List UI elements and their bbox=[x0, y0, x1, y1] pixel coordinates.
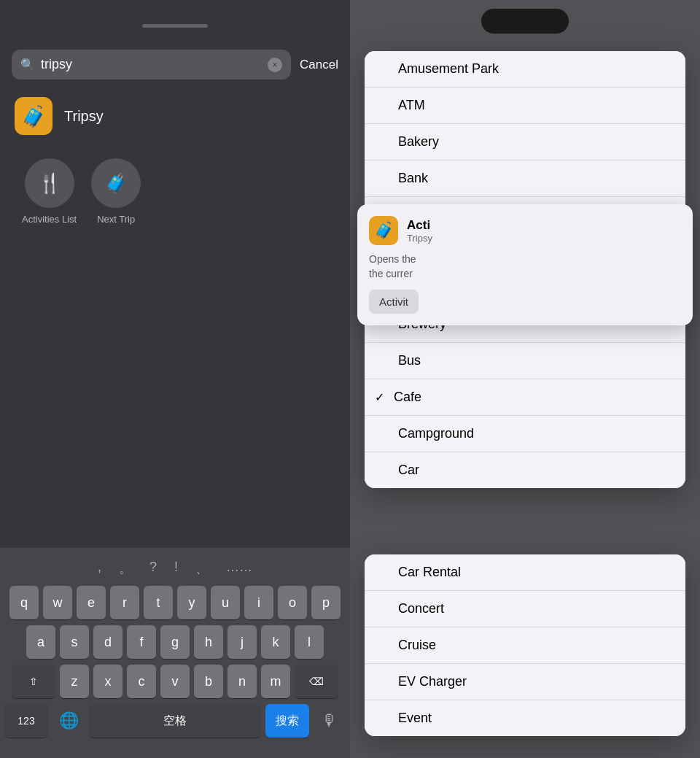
key-t[interactable]: t bbox=[144, 586, 173, 619]
key-ellipsis[interactable]: …… bbox=[226, 560, 252, 577]
dropdown-item-label: Bakery bbox=[398, 134, 671, 150]
right-panel: Amusement Park ATM Bakery Bank Bar & Par… bbox=[350, 0, 700, 758]
check-placeholder bbox=[379, 464, 391, 477]
keyboard-row-1: q w e r t y u i o p bbox=[4, 586, 346, 619]
key-chinese-comma[interactable]: 、 bbox=[195, 560, 209, 577]
keyboard-row-3: ⇧ z x c v b n m ⌫ bbox=[4, 665, 346, 698]
key-123[interactable]: 123 bbox=[4, 704, 48, 738]
dropdown-item-bus[interactable]: Bus bbox=[365, 343, 685, 379]
tripsy-app-icon: 🧳 bbox=[15, 97, 52, 135]
key-z[interactable]: z bbox=[60, 665, 89, 698]
shortcut-next-trip[interactable]: 🧳 Next Trip bbox=[91, 158, 141, 225]
key-o[interactable]: o bbox=[278, 586, 307, 619]
inner-card: 🧳 Acti Tripsy Opens thethe currer Activi… bbox=[357, 204, 693, 325]
key-d[interactable]: d bbox=[93, 625, 122, 659]
check-placeholder bbox=[379, 172, 391, 185]
dropdown-item-label: Cruise bbox=[398, 638, 671, 653]
dropdown-item-label: Bank bbox=[398, 171, 671, 186]
dropdown-item-event[interactable]: Event bbox=[365, 700, 685, 736]
check-placeholder bbox=[379, 355, 391, 368]
dropdown-item-amusement-park[interactable]: Amusement Park bbox=[365, 51, 685, 88]
key-shift[interactable]: ⇧ bbox=[12, 665, 55, 698]
key-x[interactable]: x bbox=[93, 665, 122, 698]
globe-icon[interactable]: 🌐 bbox=[52, 705, 85, 737]
search-bar[interactable]: 🔍 tripsy × bbox=[12, 50, 291, 80]
key-l[interactable]: l bbox=[295, 625, 324, 659]
dropdown-item-bank[interactable]: Bank bbox=[365, 161, 685, 197]
shortcuts-row: 🍴 Activities List 🧳 Next Trip bbox=[0, 147, 350, 236]
key-delete[interactable]: ⌫ bbox=[295, 665, 338, 698]
check-placeholder bbox=[379, 603, 391, 616]
dropdown-item-campground[interactable]: Campground bbox=[365, 416, 685, 452]
left-panel: 🔍 tripsy × Cancel 🧳 Tripsy 🍴 Activities … bbox=[0, 0, 350, 758]
cafe-checkmark: ✓ bbox=[375, 390, 386, 404]
key-e[interactable]: e bbox=[77, 586, 106, 619]
key-s[interactable]: s bbox=[60, 625, 89, 659]
search-clear-button[interactable]: × bbox=[268, 58, 282, 72]
check-placeholder bbox=[379, 676, 391, 689]
dropdown-item-car-rental[interactable]: Car Rental bbox=[365, 554, 685, 591]
dropdown-item-label: Amusement Park bbox=[398, 61, 671, 77]
check-placeholder bbox=[379, 712, 391, 725]
key-w[interactable]: w bbox=[43, 586, 72, 619]
keyboard-row-2: a s d f g h j k l bbox=[4, 625, 346, 659]
dropdown-item-car[interactable]: Car bbox=[365, 452, 685, 488]
key-j[interactable]: j bbox=[228, 625, 257, 659]
dropdown-item-concert[interactable]: Concert bbox=[365, 591, 685, 627]
key-b[interactable]: b bbox=[194, 665, 223, 698]
dropdown-item-cafe[interactable]: ✓ Cafe bbox=[365, 379, 685, 416]
keyboard-area: , 。 ? ! 、 …… q w e r t y u i o p a s d f… bbox=[0, 548, 350, 758]
dropdown-item-label: Event bbox=[398, 711, 671, 726]
shortcut-activities-list[interactable]: 🍴 Activities List bbox=[22, 158, 77, 225]
key-space[interactable]: 空格 bbox=[89, 704, 261, 738]
key-q[interactable]: q bbox=[9, 586, 39, 619]
lower-dropdown-list: Car Rental Concert Cruise EV Charger Eve… bbox=[365, 554, 685, 736]
key-r[interactable]: r bbox=[110, 586, 139, 619]
key-c[interactable]: c bbox=[127, 665, 156, 698]
next-trip-icon: 🧳 bbox=[91, 158, 141, 208]
inner-card-button[interactable]: Activit bbox=[369, 290, 419, 314]
dropdown-item-bakery[interactable]: Bakery bbox=[365, 124, 685, 161]
key-search[interactable]: 搜索 bbox=[265, 704, 309, 738]
dropdown-item-label: Campground bbox=[398, 426, 671, 441]
app-result[interactable]: 🧳 Tripsy bbox=[0, 85, 350, 147]
key-y[interactable]: y bbox=[177, 586, 206, 619]
dropdown-item-label: ATM bbox=[398, 98, 671, 113]
dropdown-item-atm[interactable]: ATM bbox=[365, 88, 685, 124]
cancel-button[interactable]: Cancel bbox=[300, 58, 338, 72]
dropdown-item-label: EV Charger bbox=[398, 674, 671, 689]
inner-card-header: 🧳 Acti Tripsy bbox=[369, 216, 681, 245]
phone-notch bbox=[481, 9, 569, 34]
check-placeholder bbox=[379, 99, 391, 112]
key-p[interactable]: p bbox=[311, 586, 341, 619]
mic-icon[interactable]: 🎙 bbox=[314, 705, 346, 737]
dropdown-item-cruise[interactable]: Cruise bbox=[365, 627, 685, 664]
dropdown-item-label: Concert bbox=[398, 601, 671, 616]
keyboard-bottom-row: 123 🌐 空格 搜索 🎙 bbox=[4, 704, 346, 738]
key-g[interactable]: g bbox=[160, 625, 190, 659]
key-comma[interactable]: , bbox=[98, 560, 101, 577]
key-i[interactable]: i bbox=[244, 586, 273, 619]
key-period[interactable]: 。 bbox=[119, 560, 132, 577]
search-bar-container: 🔍 tripsy × Cancel bbox=[0, 44, 350, 85]
key-m[interactable]: m bbox=[261, 665, 290, 698]
keyboard-special-row: , 。 ? ! 、 …… bbox=[4, 555, 346, 581]
key-h[interactable]: h bbox=[194, 625, 223, 659]
key-question[interactable]: ? bbox=[149, 560, 157, 577]
key-k[interactable]: k bbox=[261, 625, 290, 659]
search-input[interactable]: tripsy bbox=[41, 57, 262, 72]
key-a[interactable]: a bbox=[26, 625, 55, 659]
key-f[interactable]: f bbox=[127, 625, 156, 659]
dropdown-item-label: Car Rental bbox=[398, 565, 671, 580]
dropdown-item-label: Cafe bbox=[394, 390, 671, 405]
phone-pill bbox=[142, 24, 208, 28]
key-exclaim[interactable]: ! bbox=[174, 560, 178, 577]
dropdown-item-label: Bus bbox=[398, 353, 671, 368]
dropdown-item-ev-charger[interactable]: EV Charger bbox=[365, 664, 685, 700]
inner-app-icon: 🧳 bbox=[369, 216, 398, 245]
key-n[interactable]: n bbox=[228, 665, 257, 698]
check-placeholder bbox=[379, 63, 391, 76]
key-u[interactable]: u bbox=[211, 586, 240, 619]
key-v[interactable]: v bbox=[160, 665, 190, 698]
dropdown-item-label: Car bbox=[398, 463, 671, 478]
